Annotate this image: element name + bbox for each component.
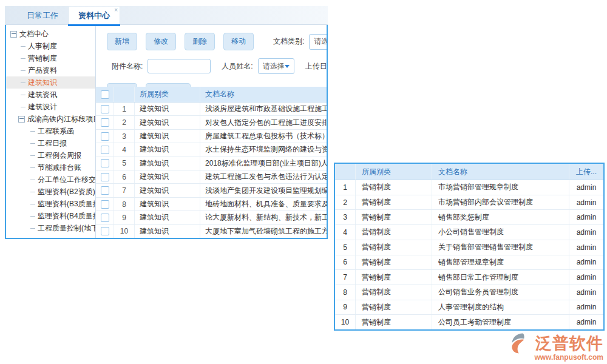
table-row[interactable]: 4 营销制度 小公司销售管理制度 admin [335, 225, 603, 240]
table-row[interactable]: 5 营销制度 关于销售部管理销售管理制度 admin [335, 240, 603, 255]
row-checkbox[interactable] [101, 159, 109, 167]
tab-daily-work-label: 日常工作 [27, 10, 58, 21]
row-doc-name: 市场营销部内部会议管理制度 [432, 195, 569, 210]
row-checkbox[interactable] [101, 118, 109, 127]
table-row[interactable]: 7 营销制度 销售部日常工作管理制度 admin [335, 270, 603, 285]
row-checkbox[interactable] [101, 227, 109, 235]
row-uploader: admin [569, 240, 603, 255]
header-category[interactable]: 所属别类 [135, 87, 200, 102]
table-row[interactable]: 9 建筑知识 论大厦新材料、新结构、新技术，新工... [96, 211, 327, 224]
tree-item-label: 人事制度 [28, 41, 57, 52]
edit-button[interactable]: 修改 [146, 33, 176, 50]
tree-item[interactable] [6, 234, 95, 238]
select-all-checkbox[interactable] [101, 90, 109, 99]
header-doc-name[interactable]: 文档名称 [432, 164, 569, 180]
header-category[interactable]: 所属别类 [356, 164, 432, 180]
table-row[interactable]: 5 建筑知识 2018标准化监理项目部(业主项目部)人员... [96, 157, 327, 170]
row-checkbox[interactable] [101, 173, 109, 181]
row-checkbox[interactable] [101, 214, 109, 222]
table-row[interactable]: 4 建筑知识 水土保持生态环境监测网络的建设与资... [96, 143, 327, 157]
row-index: 8 [114, 198, 135, 211]
row-category: 建筑知识 [135, 170, 200, 183]
tree-item[interactable]: 人事制度 [6, 40, 95, 52]
tree-item[interactable]: 成渝高铁内江标段项目 [6, 113, 95, 125]
row-checkbox[interactable] [101, 132, 109, 141]
row-index: 7 [114, 184, 135, 197]
tree-item[interactable]: 节能减排台账 [6, 161, 95, 174]
tree-item[interactable]: 分工单位工作移交 [6, 174, 95, 186]
tree-item[interactable]: 文档中心 [6, 28, 95, 40]
table-row[interactable]: 10 建筑知识 大厦地下室加气砼墙砌筑工程的施工方... [96, 225, 327, 238]
tree-connector-icon [30, 167, 35, 168]
tree-item[interactable]: 监理资料(B3质量控制) [6, 198, 95, 210]
tree-item-label: 节能减排台账 [38, 163, 81, 173]
attachment-name-input[interactable] [148, 59, 211, 73]
row-index: 7 [335, 270, 356, 285]
header-uploader[interactable]: 上传... [569, 164, 603, 180]
table-row[interactable]: 2 建筑知识 对发包人指定分包的工程施工进度安排... [96, 116, 327, 129]
tab-data-center[interactable]: 资料中心 × [68, 7, 120, 24]
header-doc-name[interactable]: 文档名称 [200, 87, 327, 102]
tab-daily-work[interactable]: 日常工作 [17, 7, 68, 24]
table-row[interactable]: 2 营销制度 市场营销部内部会议管理制度 admin [335, 195, 603, 211]
row-checkbox[interactable] [101, 146, 109, 154]
tree-connector-icon [21, 46, 25, 47]
row-checkbox[interactable] [101, 105, 109, 113]
tree-item[interactable]: 监理资料(B2资质) [6, 186, 95, 198]
table-row[interactable]: 1 建筑知识 浅谈房屋建筑和市政基础设施工程施工... [96, 103, 327, 116]
table-row[interactable]: 1 营销制度 市场营销部管理规章制度 admin [335, 180, 603, 195]
table-row[interactable]: 8 营销制度 公司销售业务员管理制度 admin [335, 285, 603, 300]
row-doc-name: 大厦地下室加气砼墙砌筑工程的施工方... [200, 225, 327, 238]
move-button[interactable]: 移动 [223, 33, 254, 50]
row-checkbox-cell [96, 225, 114, 238]
tree-item-label: 监理资料(B3质量控制) [38, 199, 96, 209]
close-icon[interactable]: × [114, 7, 118, 13]
tree-item-label: 建筑设计 [28, 102, 57, 112]
header-checkbox-cell [96, 87, 114, 102]
tree-item[interactable]: 工程日报 [6, 137, 95, 149]
collapse-icon[interactable] [18, 116, 25, 123]
marketing-table-header: 所属别类 文档名称 上传... [335, 164, 603, 180]
row-doc-name: 对发包人指定分包的工程施工进度安排... [200, 116, 327, 129]
row-checkbox[interactable] [101, 186, 109, 195]
tree-item[interactable]: 监理资料(B4质量控制) [6, 210, 95, 222]
tree-item[interactable]: 工程质量控制(地下室) [6, 222, 95, 234]
table-row[interactable]: 3 建筑知识 房屋建筑工程总承包投标书（技术标）... [96, 130, 327, 143]
table-row[interactable]: 3 营销制度 销售部奖惩制度 admin [335, 210, 603, 225]
row-category: 建筑知识 [135, 157, 200, 170]
tree-item[interactable]: 建筑资讯 [6, 89, 95, 101]
table-row[interactable]: 6 营销制度 销售部管理规章制度 admin [335, 255, 603, 271]
row-index: 5 [114, 157, 135, 170]
row-checkbox[interactable] [101, 200, 109, 209]
tree-item[interactable]: 工程例会周报 [6, 149, 95, 161]
tree-item[interactable]: 工程联系函 [6, 125, 95, 137]
table-row[interactable]: 10 营销制度 公司员工考勤管理制度 admin [335, 315, 603, 329]
row-uploader: admin [569, 270, 603, 285]
row-index: 1 [335, 180, 356, 195]
person-name-select[interactable]: 请选择 [258, 58, 294, 74]
tree-item-label: 工程例会周报 [38, 150, 81, 161]
row-index: 2 [335, 195, 356, 210]
tree-item[interactable]: 建筑知识 [6, 76, 95, 89]
row-doc-name: 房屋建筑工程总承包投标书（技术标）... [200, 130, 327, 143]
tree-connector-icon [30, 192, 35, 192]
toolbar-row: 新增 修改 删除 移动 文档类别: 请选择 文档 [107, 33, 327, 50]
table-row[interactable]: 9 营销制度 人事管理制度的结构 admin [335, 300, 603, 315]
row-category: 营销制度 [356, 315, 432, 329]
tree-connector-icon [21, 70, 25, 71]
row-checkbox-cell [96, 198, 114, 211]
tree-item[interactable]: 营销制度 [6, 52, 95, 64]
delete-button[interactable]: 删除 [185, 33, 215, 50]
table-row[interactable]: 6 建筑知识 建筑工程施工发包与承包违法行为认定... [96, 170, 327, 184]
table-row[interactable]: 8 建筑知识 地砖地面材料、机具准备、质量要求及... [96, 198, 327, 211]
row-doc-name: 关于销售部管理销售管理制度 [432, 240, 569, 255]
row-uploader: admin [569, 300, 603, 315]
tree-item[interactable]: 产品资料 [6, 64, 95, 76]
table-row[interactable]: 7 建筑知识 浅谈地产集团开发建设项目监理规划编... [96, 184, 327, 197]
collapse-icon[interactable] [10, 31, 17, 38]
add-button[interactable]: 新增 [107, 33, 137, 50]
row-checkbox-cell [96, 116, 114, 129]
tree-item[interactable]: 建筑设计 [6, 101, 95, 113]
row-doc-name: 论大厦新材料、新结构、新技术，新工... [200, 211, 327, 224]
doc-type-select[interactable]: 请选择 [309, 34, 327, 50]
